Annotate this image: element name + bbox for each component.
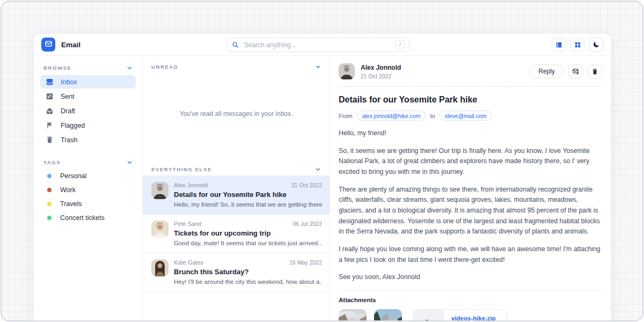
attachments-divider bbox=[339, 290, 602, 290]
email-list-item[interactable]: Alex Jonnold 21 Oct 2022 Details for our… bbox=[143, 175, 330, 214]
tag-item-concert-tickets[interactable]: Concert tickets bbox=[40, 211, 136, 224]
envelope-forward-icon bbox=[572, 68, 580, 75]
email-subject: Brunch this Saturday? bbox=[174, 268, 322, 276]
attachments-row: videos-hike.zip 100 MB bbox=[339, 309, 602, 321]
sidebar-item-label: Draft bbox=[61, 107, 75, 115]
everything-else-label: EVERYTHING ELSE bbox=[151, 166, 212, 172]
reply-button[interactable]: Reply bbox=[530, 64, 564, 78]
browse-group-header[interactable]: BROWSE bbox=[40, 63, 136, 74]
everything-else-section-header[interactable]: EVERYTHING ELSE bbox=[143, 155, 330, 175]
zip-icon-wrap bbox=[413, 310, 444, 321]
attachment-photo-valley[interactable] bbox=[339, 309, 367, 321]
unread-empty-state: You've read all messages in your inbox. bbox=[143, 73, 330, 155]
tag-item-work[interactable]: Work bbox=[40, 184, 136, 196]
delete-button[interactable] bbox=[588, 64, 602, 79]
body-paragraph: I really hope you love coming along with… bbox=[339, 244, 602, 265]
email-preview: Hello, my friend! So, it seems that we a… bbox=[174, 201, 322, 208]
email-list-item[interactable]: Pete Sand 06 Jul 2022 Tickets for our up… bbox=[143, 214, 330, 253]
detail-sender-name: Alex Jonnold bbox=[361, 64, 401, 71]
sidebar-item-draft[interactable]: Draft bbox=[40, 104, 136, 118]
grid-icon bbox=[574, 41, 581, 48]
browse-group-label: BROWSE bbox=[43, 65, 71, 71]
avatar bbox=[151, 259, 169, 276]
email-app-window: Email / bbox=[33, 33, 611, 321]
email-sender: Kate Gates bbox=[174, 259, 203, 266]
sidebar-item-inbox[interactable]: Inbox bbox=[40, 75, 136, 89]
trash-icon bbox=[591, 68, 598, 75]
trash-icon bbox=[46, 136, 54, 144]
search-bar[interactable]: / bbox=[227, 38, 409, 52]
body-paragraph: So, it seems we are getting there! Our t… bbox=[339, 146, 602, 178]
tag-label: Travels bbox=[60, 200, 82, 208]
email-date: 21 Oct 2022 bbox=[291, 182, 322, 188]
body-paragraph: See you soon, Alex Jonnold bbox=[339, 272, 602, 283]
to-email-pill[interactable]: steve@mail.com bbox=[440, 111, 492, 121]
tag-item-personal[interactable]: Personal bbox=[40, 170, 136, 182]
app-title: Email bbox=[61, 41, 80, 49]
to-label: to bbox=[430, 113, 435, 119]
topbar-actions bbox=[552, 38, 603, 52]
tag-label: Personal bbox=[60, 172, 86, 180]
chevron-down-icon[interactable] bbox=[127, 65, 133, 71]
email-sender: Alex Jonnold bbox=[174, 182, 208, 188]
from-to-row: From alex.jonnold@hike.com to steve@mail… bbox=[339, 111, 602, 121]
app-brand: Email bbox=[41, 38, 80, 52]
header-divider bbox=[339, 86, 602, 87]
unread-label: UNREAD bbox=[151, 64, 178, 70]
moon-icon bbox=[592, 41, 600, 48]
inbox-icon bbox=[46, 78, 54, 86]
unread-section-header[interactable]: UNREAD bbox=[143, 56, 330, 73]
tag-label: Concert tickets bbox=[60, 214, 105, 222]
tag-color-dot bbox=[47, 216, 52, 220]
book-icon bbox=[555, 41, 562, 48]
sidebar-item-sent[interactable]: Sent bbox=[40, 90, 136, 103]
sidebar-item-flagged[interactable]: Flagged bbox=[40, 119, 136, 132]
detail-actions: Reply bbox=[530, 64, 602, 79]
app-logo bbox=[41, 38, 55, 52]
search-icon bbox=[232, 41, 239, 48]
body-paragraph: There are plenty of amazing things to se… bbox=[339, 185, 602, 237]
page-background: Email / bbox=[1, 1, 643, 321]
email-list-item[interactable]: Kate Gates 16 May 2022 Brunch this Satur… bbox=[143, 253, 330, 292]
tags-group-label: TAGS bbox=[43, 159, 61, 165]
zip-file-name[interactable]: videos-hike.zip bbox=[451, 315, 500, 321]
email-subject: Tickets for our upcoming trip bbox=[174, 229, 322, 237]
detail-subject: Details for our Yosemite Park hike bbox=[339, 95, 602, 105]
sidebar-item-label: Flagged bbox=[61, 122, 85, 129]
email-detail-panel: Alex Jonnold 21 Oct 2022 Reply bbox=[330, 56, 611, 321]
from-email-pill[interactable]: alex.jonnold@hike.com bbox=[357, 111, 426, 121]
chevron-down-icon[interactable] bbox=[315, 166, 321, 172]
chevron-down-icon[interactable] bbox=[127, 159, 133, 165]
sidebar-item-trash[interactable]: Trash bbox=[40, 133, 136, 147]
tags-group: TAGS Personal Work bbox=[40, 157, 136, 224]
message-list-column: UNREAD You've read all messages in your … bbox=[142, 56, 330, 321]
sent-icon bbox=[46, 92, 54, 100]
email-sender: Pete Sand bbox=[174, 221, 201, 227]
dark-mode-button[interactable] bbox=[589, 38, 603, 52]
email-preview: Good day, mate! It seems that our ticket… bbox=[174, 240, 322, 246]
tag-label: Work bbox=[60, 186, 76, 194]
attachments-label: Attachments bbox=[339, 297, 602, 303]
email-date: 16 May 2022 bbox=[289, 259, 322, 266]
email-body: Hello, my friend! So, it seems we are ge… bbox=[339, 128, 602, 283]
envelope-icon bbox=[45, 40, 53, 50]
attachment-zip-card[interactable]: videos-hike.zip 100 MB bbox=[413, 309, 508, 321]
tags-group-header[interactable]: TAGS bbox=[40, 157, 136, 169]
detail-date: 21 Oct 2022 bbox=[361, 73, 401, 79]
forward-button[interactable] bbox=[568, 64, 583, 79]
tag-color-dot bbox=[47, 188, 52, 192]
tag-item-travels[interactable]: Travels bbox=[40, 197, 136, 210]
attachment-photo-half-dome[interactable] bbox=[374, 309, 402, 321]
tag-color-dot bbox=[47, 174, 52, 178]
reading-list-button[interactable] bbox=[552, 38, 566, 52]
topbar: Email / bbox=[34, 34, 611, 56]
chevron-down-icon[interactable] bbox=[315, 64, 321, 70]
from-label: From bbox=[339, 113, 353, 119]
search-input[interactable] bbox=[243, 41, 391, 49]
body-paragraph: Hello, my friend! bbox=[339, 128, 602, 139]
apps-button[interactable] bbox=[570, 38, 584, 52]
sidebar-item-label: Inbox bbox=[61, 78, 77, 86]
zip-info: videos-hike.zip 100 MB bbox=[444, 310, 507, 321]
email-date: 06 Jul 2022 bbox=[293, 221, 322, 227]
avatar bbox=[339, 63, 355, 79]
